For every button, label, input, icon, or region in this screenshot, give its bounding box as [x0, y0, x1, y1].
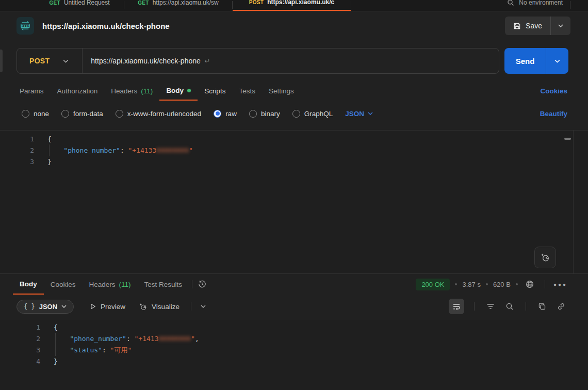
response-meta: 200 OK 3.87 s 620 B ●●●	[416, 278, 567, 291]
body-type-none[interactable]: none	[22, 110, 49, 118]
code-token: 00000000	[156, 147, 189, 154]
tab-label: https://api.xiaomu.uk/sw	[153, 0, 219, 6]
chevron-down-icon	[61, 305, 67, 308]
more-actions-button[interactable]: ●●●	[553, 282, 567, 287]
filter-button[interactable]	[484, 300, 497, 313]
search-response-button[interactable]	[503, 300, 516, 313]
response-format-selector[interactable]: { } JSON	[17, 300, 74, 314]
preview-button[interactable]: Preview	[89, 303, 125, 311]
radio-icon	[61, 110, 69, 118]
cookies-link[interactable]: Cookies	[540, 87, 567, 95]
code-token: :	[102, 346, 106, 354]
editor-scrollbar[interactable]	[564, 138, 571, 140]
clock-history-icon	[198, 280, 207, 289]
response-tab-body[interactable]: Body	[13, 274, 44, 295]
tab-settings[interactable]: Settings	[262, 81, 301, 101]
postbot-button[interactable]	[534, 247, 556, 268]
tab-authorization[interactable]: Authorization	[51, 81, 105, 101]
sidebar-handle[interactable]	[0, 50, 3, 72]
request-tab-untitled[interactable]: GET Untitled Request	[35, 0, 124, 11]
braces-icon: { }	[24, 303, 35, 310]
request-title: https://api.xiaomu.uk/check-phone	[42, 22, 170, 30]
line-number: 2	[0, 333, 54, 345]
tab-scripts[interactable]: Scripts	[198, 81, 232, 101]
radio-icon	[22, 110, 29, 118]
indent-guide	[55, 333, 56, 345]
url-row: POST https://api.xiaomu.uk/check-phone ↵…	[17, 48, 568, 74]
method-label: POST	[17, 57, 63, 65]
visualize-button[interactable]: Visualize	[139, 302, 179, 311]
modified-dot	[187, 89, 191, 92]
body-type-binary[interactable]: binary	[249, 110, 280, 118]
tab-headers[interactable]: Headers (11)	[104, 81, 159, 101]
code-token: "phone_number"	[70, 335, 126, 343]
postbot-sparkle-icon	[540, 252, 550, 263]
code-token	[124, 147, 128, 154]
save-split-button: Save	[505, 17, 570, 35]
headers-count: (11)	[141, 87, 153, 95]
code-token: "status"	[70, 346, 102, 354]
body-type-graphql[interactable]: GraphQL	[292, 110, 333, 118]
code-token: "	[189, 147, 193, 154]
response-history-button[interactable]	[195, 278, 209, 291]
code-token	[130, 335, 135, 343]
tab-tests[interactable]: Tests	[232, 81, 262, 101]
method-badge: GET	[138, 0, 149, 6]
request-tab-2[interactable]: GET https://api.xiaomu.uk/sw	[124, 0, 232, 11]
visualize-magic-icon	[139, 302, 148, 311]
editor-gutter-line	[580, 320, 580, 390]
chevron-down-icon	[201, 305, 206, 308]
tab-params[interactable]: Params	[13, 81, 51, 101]
indent-guide	[55, 344, 56, 356]
environment-selector[interactable]: No environment	[507, 0, 563, 6]
response-tab-cookies[interactable]: Cookies	[44, 274, 83, 295]
request-body-editor[interactable]: 1{2 "phone_number": "+1413300000000"3}	[0, 130, 588, 274]
radio-icon	[249, 110, 257, 118]
indent-guide	[49, 144, 50, 156]
line-number: 1	[0, 134, 47, 145]
divider	[526, 302, 526, 311]
body-type-x-www-form-urlencoded[interactable]: x-www-form-urlencoded	[116, 110, 201, 118]
divider	[474, 302, 475, 311]
save-label: Save	[526, 22, 542, 30]
request-tabs: Params Authorization Headers (11) Body S…	[13, 81, 567, 101]
save-options-button[interactable]	[551, 17, 570, 35]
save-button[interactable]: Save	[505, 17, 550, 35]
globe-icon	[525, 280, 534, 289]
code-token: :	[126, 335, 130, 343]
beautify-link[interactable]: Beautify	[540, 110, 567, 118]
body-type-raw[interactable]: raw	[214, 110, 237, 118]
url-input[interactable]: https://api.xiaomu.uk/check-phone	[91, 57, 200, 65]
link-icon	[557, 302, 565, 311]
send-button[interactable]: Send	[504, 48, 546, 74]
radio-icon	[292, 110, 300, 118]
code-token: ,	[195, 335, 199, 343]
raw-format-selector[interactable]: JSON	[345, 110, 373, 118]
send-options-button[interactable]	[546, 48, 568, 74]
body-type-options: none form-data x-www-form-urlencoded raw…	[22, 104, 567, 123]
response-tab-test-results[interactable]: Test Results	[138, 274, 189, 295]
body-type-form-data[interactable]: form-data	[61, 110, 103, 118]
wrap-text-button[interactable]	[449, 299, 464, 314]
link-button[interactable]	[555, 300, 567, 313]
status-badge: 200 OK	[416, 279, 450, 290]
visualize-options-button[interactable]	[199, 303, 208, 310]
response-tab-headers[interactable]: Headers (11)	[83, 274, 138, 295]
code-token: "	[191, 335, 195, 343]
copy-button[interactable]	[536, 300, 548, 313]
code-token: :	[120, 147, 124, 154]
response-body-editor[interactable]: 1{2 "phone_number": "+141300000000",3 "s…	[0, 320, 588, 390]
line-number: 2	[0, 145, 47, 156]
tab-body[interactable]: Body	[159, 81, 198, 101]
save-icon	[513, 22, 521, 30]
method-selector[interactable]: POST	[17, 57, 82, 65]
response-time: 3.87 s	[462, 281, 480, 288]
request-tab-active[interactable]: POST https://api.xiaomu.uk/c	[233, 0, 351, 11]
divider	[191, 302, 191, 311]
network-info-button[interactable]	[523, 278, 536, 291]
postman-app-window: GET Untitled Request GET https://api.xia…	[0, 0, 588, 390]
code-token	[47, 147, 63, 154]
send-split-button: Send	[504, 48, 568, 74]
divider	[192, 280, 192, 288]
response-toolbar: { } JSON Preview Visualize	[17, 298, 567, 315]
